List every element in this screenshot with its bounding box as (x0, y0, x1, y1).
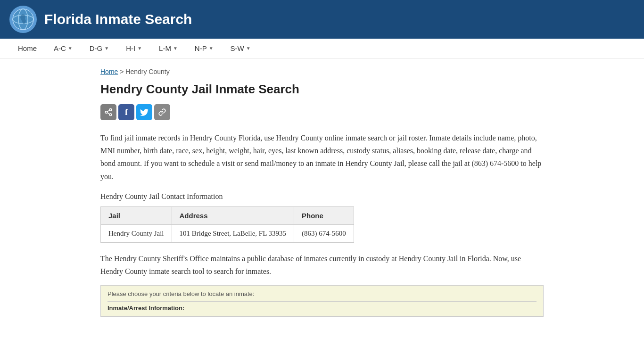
nav-dg[interactable]: D-G ▼ (81, 39, 117, 58)
svg-line-8 (107, 110, 109, 112)
site-logo (9, 6, 37, 33)
breadcrumb-current: Hendry County (125, 68, 169, 75)
criteria-divider (107, 301, 537, 302)
jail-phone: (863) 674-5600 (294, 224, 354, 242)
criteria-label: Please choose your criteria below to loc… (107, 290, 537, 297)
inmate-arrest-label: Inmate/Arrest Information: (107, 304, 537, 312)
table-header-row: Jail Address Phone (101, 206, 354, 224)
contact-heading: Hendry County Jail Contact Information (100, 192, 544, 201)
nav-sw-arrow: ▼ (246, 46, 251, 51)
nav-sw[interactable]: S-W ▼ (222, 39, 259, 58)
lower-description: The Hendry County Sheriff's Office maint… (100, 252, 544, 278)
main-content: Home > Hendry County Hendry County Jail … (86, 58, 558, 336)
col-phone: Phone (294, 206, 354, 224)
table-row: Hendry County Jail 101 Bridge Street, La… (101, 224, 354, 242)
facebook-button[interactable]: f (118, 104, 134, 120)
nav-ac[interactable]: A-C ▼ (45, 39, 81, 58)
svg-line-7 (107, 113, 109, 114)
site-header: Florida Inmate Search (0, 0, 644, 39)
social-share-bar: f (100, 104, 544, 120)
twitter-button[interactable] (136, 104, 152, 120)
nav-lm[interactable]: L-M ▼ (150, 39, 186, 58)
copy-link-button[interactable] (154, 104, 170, 120)
nav-dg-arrow: ▼ (104, 46, 109, 51)
breadcrumb-separator: > (120, 68, 124, 75)
jail-address: 101 Bridge Street, LaBelle, FL 33935 (172, 224, 294, 242)
nav-np-arrow: ▼ (209, 46, 214, 51)
svg-point-5 (105, 111, 107, 114)
nav-np[interactable]: N-P ▼ (186, 39, 222, 58)
breadcrumb: Home > Hendry County (100, 68, 544, 75)
svg-point-4 (109, 109, 112, 111)
nav-hi[interactable]: H-I ▼ (117, 39, 150, 58)
col-address: Address (172, 206, 294, 224)
nav-hi-arrow: ▼ (137, 46, 142, 51)
svg-point-6 (109, 114, 112, 116)
contact-table: Jail Address Phone Hendry County Jail 10… (100, 206, 354, 243)
facebook-icon: f (125, 107, 128, 117)
nav-home[interactable]: Home (9, 39, 45, 58)
nav-ac-arrow: ▼ (68, 46, 73, 51)
site-title: Florida Inmate Search (44, 11, 192, 27)
nav-lm-arrow: ▼ (173, 46, 178, 51)
col-jail: Jail (101, 206, 172, 224)
jail-name: Hendry County Jail (101, 224, 172, 242)
share-button[interactable] (100, 104, 116, 120)
page-title: Hendry County Jail Inmate Search (100, 82, 544, 97)
site-nav: Home A-C ▼ D-G ▼ H-I ▼ L-M ▼ N-P ▼ S-W ▼ (0, 39, 644, 58)
search-criteria-box: Please choose your criteria below to loc… (100, 285, 544, 317)
breadcrumb-home-link[interactable]: Home (100, 68, 118, 75)
main-description: To find jail inmate records in Hendry Co… (100, 132, 544, 183)
